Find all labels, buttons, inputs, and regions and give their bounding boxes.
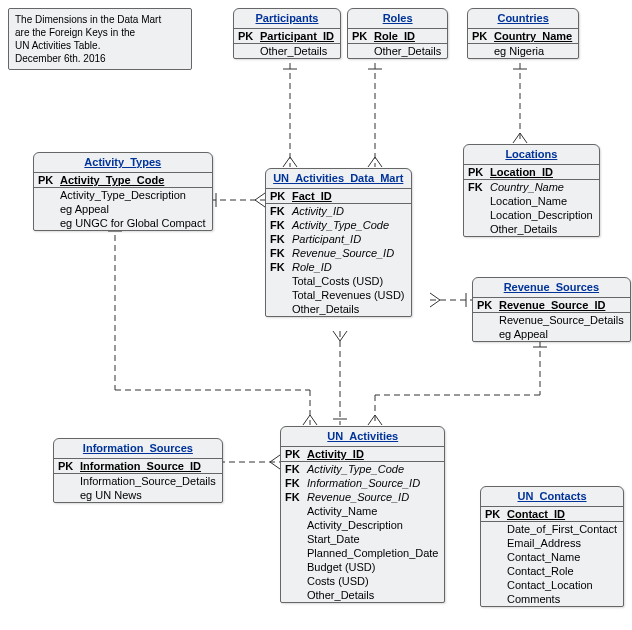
- entity-un-contacts: UN_Contacts PKContact_ID Date_of_First_C…: [480, 486, 624, 607]
- entity-revenue-sources: Revenue_Sources PKRevenue_Source_ID Reve…: [472, 277, 631, 342]
- entity-title: UN_Contacts: [481, 487, 623, 507]
- entity-title: Activity_Types: [34, 153, 212, 173]
- entity-activity-types: Activity_Types PKActivity_Type_Code Acti…: [33, 152, 213, 231]
- entity-title: UN_Activities_Data_Mart: [266, 169, 411, 189]
- entity-countries: Countries PKCountry_Name eg Nigeria: [467, 8, 579, 59]
- entity-title: Locations: [464, 145, 599, 165]
- entity-title: Roles: [348, 9, 447, 29]
- entity-data-mart: UN_Activities_Data_Mart PKFact_ID FKActi…: [265, 168, 412, 317]
- entity-un-activities: UN_Activities PKActivity_ID FKActivity_T…: [280, 426, 445, 603]
- entity-title: UN_Activities: [281, 427, 444, 447]
- entity-title: Countries: [468, 9, 578, 29]
- entity-title: Information_Sources: [54, 439, 222, 459]
- entity-title: Revenue_Sources: [473, 278, 630, 298]
- entity-roles: Roles PKRole_ID Other_Details: [347, 8, 448, 59]
- entity-participants: Participants PKParticipant_ID Other_Deta…: [233, 8, 341, 59]
- entity-title: Participants: [234, 9, 340, 29]
- diagram-note: The Dimensions in the Data Mart are the …: [8, 8, 192, 70]
- entity-information-sources: Information_Sources PKInformation_Source…: [53, 438, 223, 503]
- entity-locations: Locations PKLocation_ID FKCountry_Name L…: [463, 144, 600, 237]
